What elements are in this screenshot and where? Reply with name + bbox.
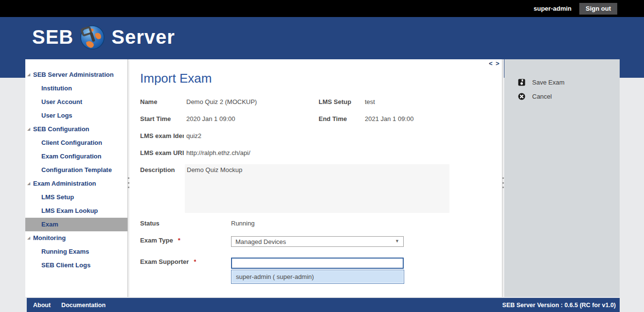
end-time-label: End Time	[319, 115, 347, 122]
save-exam-label: Save Exam	[532, 79, 564, 86]
sidebar-section-exam-administration[interactable]: ◢ Exam Administration	[25, 177, 127, 191]
exam-supporter-input[interactable]	[231, 258, 404, 269]
action-panel: Save Exam Cancel	[504, 59, 620, 297]
required-marker: *	[194, 258, 196, 265]
topbar: super-admin Sign out	[0, 0, 644, 17]
collapse-left-icon[interactable]: <	[489, 60, 493, 67]
sidebar-item-lms-exam-lookup[interactable]: LMS Exam Lookup	[25, 204, 127, 218]
logo-text-server: Server	[111, 26, 175, 48]
exam-supporter-dropdown: super-admin ( super-admin)	[231, 270, 404, 284]
status-label: Status	[140, 220, 160, 227]
cancel-button[interactable]: Cancel	[518, 89, 620, 104]
about-link[interactable]: About	[33, 302, 51, 309]
name-label: Name	[140, 98, 157, 105]
sidebar-item-exam-configuration[interactable]: Exam Configuration	[25, 150, 127, 163]
expander-icon: ◢	[27, 231, 30, 245]
seb-globe-icon	[79, 24, 106, 50]
sidebar-item-client-configuration[interactable]: Client Configuration	[25, 136, 127, 150]
sidebar-item-configuration-template[interactable]: Configuration Template	[25, 163, 127, 177]
lms-exam-identifier-label: LMS exam Identifier	[140, 132, 184, 139]
sidebar-section-label: Exam Administration	[33, 180, 96, 187]
expander-icon: ◢	[27, 122, 30, 136]
description-label: Description	[140, 166, 175, 173]
sidebar-section-label: SEB Server Administration	[33, 71, 114, 78]
sidebar-item-running-exams[interactable]: Running Exams	[25, 245, 127, 259]
expander-icon: ◢	[27, 68, 30, 82]
footer-bar: About Documentation SEB Server Version :…	[27, 298, 620, 312]
description-textarea[interactable]: Demo Quiz Mockup	[185, 164, 449, 213]
sidebar-section-label: Monitoring	[33, 234, 66, 242]
actions-resize-sash[interactable]	[502, 59, 504, 297]
sidebar-section-monitoring[interactable]: ◢ Monitoring	[25, 231, 127, 245]
username-label: super-admin	[534, 5, 572, 12]
required-marker: *	[178, 237, 180, 244]
end-time-value: 2021 Jan 1 09:00	[365, 115, 413, 122]
collapse-right-icon[interactable]: >	[496, 60, 500, 67]
version-label: SEB Server Version : 0.6.5 (RC for v1.0)	[502, 302, 616, 309]
expander-icon: ◢	[27, 177, 30, 191]
lms-exam-identifier-value: quiz2	[186, 132, 201, 139]
sidebar-item-institution[interactable]: Institution	[25, 82, 127, 95]
chevron-down-icon: ▼	[395, 239, 399, 243]
sidebar-section-seb-server-administration[interactable]: ◢ SEB Server Administration	[25, 68, 127, 82]
save-exam-button[interactable]: Save Exam	[518, 75, 620, 89]
sidebar-item-user-logs[interactable]: User Logs	[25, 109, 127, 122]
app-logo: SEB Server	[32, 24, 175, 50]
sidebar-item-seb-client-logs[interactable]: SEB Client Logs	[25, 259, 127, 272]
exam-type-label: Exam Type*	[140, 237, 180, 244]
save-icon	[518, 79, 525, 86]
lms-exam-url-label: LMS exam URI	[140, 149, 184, 156]
sidebar-item-user-account[interactable]: User Account	[25, 95, 127, 109]
start-time-value: 2020 Jan 1 09:00	[186, 115, 235, 122]
sign-out-button[interactable]: Sign out	[579, 3, 617, 15]
sidebar-item-lms-setup[interactable]: LMS Setup	[25, 191, 127, 204]
status-value: Running	[231, 220, 254, 227]
exam-type-selected-value: Managed Devices	[235, 238, 286, 245]
cancel-label: Cancel	[532, 93, 552, 100]
dropdown-option-super-admin[interactable]: super-admin ( super-admin)	[232, 271, 403, 283]
page-title: Import Exam	[140, 71, 212, 86]
name-value: Demo Quiz 2 (MOCKUP)	[186, 98, 257, 105]
exam-type-select[interactable]: Managed Devices ▼	[231, 236, 404, 247]
lms-setup-label: LMS Setup	[319, 98, 351, 105]
sidebar-section-seb-configuration[interactable]: ◢ SEB Configuration	[25, 122, 127, 136]
lms-exam-url-value: http://ralph.ethz.ch/api/	[186, 149, 250, 156]
logo-text-seb: SEB	[32, 26, 73, 48]
start-time-label: Start Time	[140, 115, 171, 122]
cancel-icon	[518, 93, 525, 100]
sidebar-section-label: SEB Configuration	[33, 125, 89, 133]
sidebar-item-exam[interactable]: Exam	[25, 218, 127, 231]
lms-setup-value: test	[365, 98, 375, 105]
documentation-link[interactable]: Documentation	[61, 302, 106, 309]
exam-supporter-label: Exam Supporter*	[140, 258, 196, 265]
import-exam-form: < > Import Exam Name Demo Quiz 2 (MOCKUP…	[129, 59, 502, 297]
sidebar-nav: ◢ SEB Server Administration Institution …	[25, 59, 127, 297]
